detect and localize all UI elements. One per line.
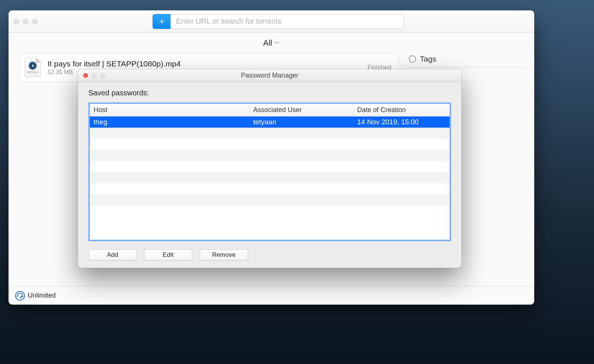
speedometer-icon [15,291,25,301]
filter-dropdown[interactable]: All ﹀ [9,33,534,53]
table-row[interactable] [90,139,450,150]
cell-host: theg [90,118,249,126]
minimize-dialog-button[interactable] [92,73,97,78]
add-torrent-button[interactable] [153,14,170,29]
table-row[interactable] [90,150,450,161]
tags-section-header[interactable]: Tags [409,55,527,68]
table-row[interactable] [90,172,450,183]
download-title: It pays for itself | SETAPP(1080p).mp4 [48,59,361,68]
table-row[interactable] [90,206,450,217]
minimize-window-button[interactable] [23,19,28,24]
speed-limit-label[interactable]: Unlimited [28,292,56,299]
zoom-window-button[interactable] [32,19,37,24]
column-header-user[interactable]: Associated User [249,104,353,116]
close-dialog-button[interactable] [83,73,88,78]
table-row[interactable] [90,128,450,139]
dialog-title: Password Manager [78,72,461,79]
video-file-icon: MPEG4 [25,58,41,77]
table-body: theg tetyaan 14 Nov 2019, 15:00 [90,117,450,240]
edit-button[interactable]: Edit [144,249,192,260]
cell-user: tetyaan [249,118,353,126]
dialog-actions: Add Edit Remove [88,249,451,260]
cell-date: 14 Nov 2019, 15:00 [353,118,450,126]
saved-passwords-label: Saved passwords: [88,89,451,97]
filter-label: All [263,38,272,48]
table-row[interactable]: theg tetyaan 14 Nov 2019, 15:00 [90,117,450,128]
passwords-table: Host Associated User Date of Creation th… [88,102,451,241]
main-toolbar [9,10,534,33]
plus-icon [159,18,165,25]
tag-circle-icon [409,55,416,63]
chevron-down-icon: ﹀ [274,40,280,47]
window-controls [14,19,37,24]
remove-button[interactable]: Remove [200,249,248,260]
table-row[interactable] [90,161,450,172]
close-window-button[interactable] [14,19,19,24]
password-manager-dialog: Password Manager Saved passwords: Host A… [78,69,461,268]
add-button[interactable]: Add [88,249,137,260]
dialog-titlebar: Password Manager [78,69,461,82]
status-bar: Unlimited [9,286,534,305]
search-input[interactable] [170,14,404,29]
zoom-dialog-button[interactable] [100,73,105,78]
dialog-body: Saved passwords: Host Associated User Da… [78,82,461,268]
table-header: Host Associated User Date of Creation [90,104,450,117]
column-header-host[interactable]: Host [90,104,249,116]
dialog-window-controls [83,73,105,78]
tags-label: Tags [420,55,436,63]
column-header-date[interactable]: Date of Creation [353,104,450,116]
table-row[interactable] [90,194,450,206]
table-row[interactable] [90,183,450,194]
